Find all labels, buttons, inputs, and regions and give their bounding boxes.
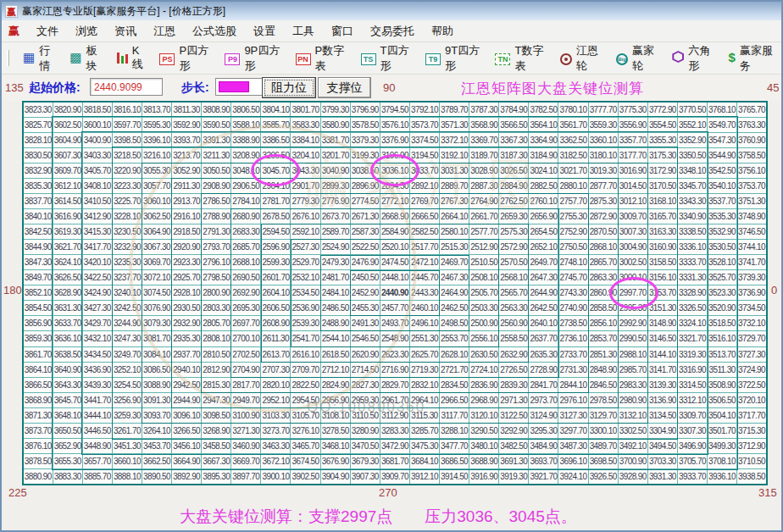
toolbar-item-winner-wheel[interactable]: Big赢家轮 <box>610 42 664 75</box>
toolbar-item-winner-service[interactable]: $赢家服务 <box>723 42 781 75</box>
matrix-cell: 3172.90 <box>647 163 677 179</box>
matrix-cell: 3038.50 <box>350 163 380 179</box>
matrix-cell: 3372.10 <box>440 133 469 148</box>
menu-item-0[interactable]: 文件 <box>28 21 67 42</box>
matrix-cell: 3763.30 <box>737 118 767 133</box>
matrix-cell: 3072.10 <box>142 270 171 285</box>
matrix-cell: 2755.30 <box>558 209 588 224</box>
matrix-cell: 3705.70 <box>677 453 707 468</box>
matrix-cell: 3156.10 <box>647 270 677 285</box>
matrix-cell: 2652.10 <box>529 240 558 255</box>
matrix-cell: 2971.30 <box>499 392 529 407</box>
matrix-cell: 3825.70 <box>23 118 53 133</box>
toolbar-item-quotes[interactable]: ▦行情 <box>17 42 61 75</box>
matrix-cell: 3852.10 <box>23 285 53 301</box>
matrix-cell: 3883.30 <box>53 468 82 485</box>
matrix-cell: 3667.30 <box>202 453 231 468</box>
matrix-cell: 3304.90 <box>647 423 677 438</box>
matrix-cell: 3120.10 <box>469 407 499 423</box>
menu-item-9[interactable]: 帮助 <box>423 21 462 42</box>
toolbar-item-p-square[interactable]: PSP四方形 <box>153 42 216 75</box>
matrix-cell: 3672.10 <box>261 453 291 468</box>
toolbar-item-sectors[interactable]: ▩板块 <box>64 42 108 75</box>
menu-item-5[interactable]: 设置 <box>245 21 284 42</box>
resistance-button[interactable]: 阻力位 <box>262 77 316 98</box>
matrix-cell: 3508.90 <box>708 377 737 392</box>
matrix-cell: 3343.30 <box>677 194 707 209</box>
title-bar[interactable]: 赢 赢家江恩专业版[赢家服务平台] - [价格正方形] <box>2 2 781 20</box>
matrix-cell: 2524.90 <box>320 240 350 255</box>
matrix-cell: 2628.10 <box>440 346 469 362</box>
matrix-cell: 3288.10 <box>440 423 469 438</box>
matrix-cell: 3148.90 <box>647 316 677 331</box>
matrix-cell: 3060.10 <box>142 194 171 209</box>
matrix-cell: 2570.50 <box>499 255 529 270</box>
toolbar-item-t-square[interactable]: TST四方形 <box>355 42 417 75</box>
matrix-cell: 2940.10 <box>172 362 202 377</box>
start-price-label: 起始价格: <box>29 80 81 96</box>
toolbar-item-hexagon[interactable]: 六角形 <box>666 42 719 75</box>
status-text: 大盘关键位测算：支撑2997点 压力3036、3045点。 <box>180 506 577 528</box>
matrix-cell: 3732.10 <box>737 316 767 331</box>
matrix-cell: 3271.30 <box>231 423 261 438</box>
toolbar-item-p-number-table[interactable]: PNP数字表 <box>290 42 353 75</box>
matrix-cell: 3283.30 <box>380 423 409 438</box>
toolbar-item-9t-square[interactable]: T99T四方形 <box>419 42 487 75</box>
matrix-cell: 2517.70 <box>409 240 439 255</box>
toolbar-gripper-icon[interactable] <box>7 50 9 66</box>
matrix-cell: 2752.90 <box>558 224 588 240</box>
matrix-cell: 3105.70 <box>291 407 320 423</box>
toolbar-item-kline[interactable]: K线 <box>111 42 152 74</box>
matrix-cell: 3696.10 <box>558 453 588 468</box>
matrix-cell: 3446.50 <box>82 423 112 438</box>
matrix-cell: 3739.30 <box>737 270 767 285</box>
matrix-cell: 2659.30 <box>499 209 529 224</box>
matrix-cell: 3340.90 <box>677 209 707 224</box>
matrix-cell: 3367.30 <box>499 133 529 148</box>
toolbar-item-9p-square[interactable]: P99P四方形 <box>219 42 286 75</box>
matrix-cell: 3621.70 <box>53 240 82 255</box>
menu-item-4[interactable]: 公式选股 <box>184 21 245 42</box>
matrix-cell: 3900.10 <box>261 468 291 485</box>
matrix-cell: 3381.70 <box>320 133 350 148</box>
matrix-cell: 2522.50 <box>350 240 380 255</box>
matrix-cell: 3612.10 <box>53 179 82 194</box>
matrix-cell: 3448.90 <box>82 438 112 453</box>
menu-item-3[interactable]: 江恩 <box>145 21 184 42</box>
matrix-cell: 3571.30 <box>440 118 469 133</box>
matrix-cell: 3319.30 <box>677 346 707 362</box>
start-price-input[interactable] <box>90 78 163 96</box>
menu-item-1[interactable]: 浏览 <box>67 21 106 42</box>
toolbar-item-gann-wheel[interactable]: 江恩轮 <box>554 42 608 75</box>
matrix-cell: 2930.50 <box>172 301 202 316</box>
matrix-cell: 3729.70 <box>737 331 767 346</box>
matrix-cell: 3249.70 <box>112 346 142 362</box>
matrix-cell: 3307.30 <box>677 423 707 438</box>
matrix-cell: 3417.70 <box>82 240 112 255</box>
matrix-cell: 3720.10 <box>737 392 767 407</box>
matrix-cell: 3552.10 <box>677 118 707 133</box>
matrix-cell: 3496.90 <box>677 438 707 453</box>
menu-item-8[interactable]: 交易委托 <box>362 21 423 42</box>
menu-bar: 赢 文件浏览资讯江恩公式选股设置工具窗口交易委托帮助 <box>2 20 781 42</box>
matrix-cell: 3818.50 <box>82 102 112 118</box>
menu-item-2[interactable]: 资讯 <box>106 21 145 42</box>
matrix-cell: 3240.10 <box>112 285 142 301</box>
matrix-cell: 2791.30 <box>202 224 231 240</box>
toolbar-item-t-number-table[interactable]: TNT数字表 <box>489 42 551 75</box>
support-button[interactable]: 支撑位 <box>318 77 371 98</box>
matrix-cell: 2738.50 <box>558 316 588 331</box>
matrix-cell: 2856.10 <box>588 316 618 331</box>
matrix-cell: 3228.10 <box>112 209 142 224</box>
matrix-cell: 3772.90 <box>647 102 677 118</box>
matrix-cell: 2812.90 <box>202 362 231 377</box>
matrix-cell: 2884.90 <box>499 179 529 194</box>
menu-item-7[interactable]: 窗口 <box>323 21 362 42</box>
matrix-cell: 2870.50 <box>588 224 618 240</box>
matrix-cell: 3439.30 <box>82 377 112 392</box>
child-window-icon[interactable]: 赢 <box>8 24 19 39</box>
matrix-cell: 3936.10 <box>708 468 737 485</box>
menu-item-6[interactable]: 工具 <box>284 21 323 42</box>
matrix-cell: 2956.90 <box>320 392 350 407</box>
matrix-cell: 2618.50 <box>320 346 350 362</box>
